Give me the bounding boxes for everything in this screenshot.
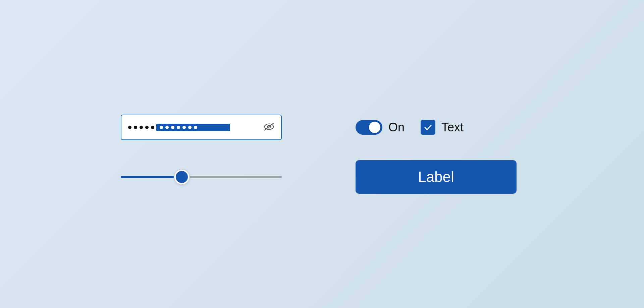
- dot-w-5: [182, 126, 186, 129]
- slider-thumb[interactable]: [174, 170, 189, 184]
- checkbox-group: Text: [421, 120, 464, 135]
- password-unselected-dots: [128, 126, 154, 129]
- dot-w-4: [177, 126, 180, 129]
- password-selected-region: [156, 124, 230, 131]
- toggle-switch[interactable]: [356, 120, 382, 135]
- checkbox[interactable]: [421, 120, 435, 135]
- dot-w-7: [194, 126, 197, 129]
- toggle-thumb: [369, 122, 380, 133]
- checkbox-label: Text: [441, 120, 464, 134]
- dot-2: [134, 126, 137, 129]
- label-button[interactable]: Label: [356, 160, 517, 194]
- dot-3: [140, 126, 143, 129]
- checkmark-icon: [424, 123, 432, 132]
- dot-4: [145, 126, 149, 129]
- toggle-checkbox-row: On Text: [356, 120, 523, 135]
- slider-fill: [121, 176, 181, 178]
- dot-w-2: [165, 126, 169, 129]
- dot-w-6: [188, 126, 192, 129]
- dot-w-3: [171, 126, 174, 129]
- dot-w-1: [160, 126, 163, 129]
- eye-icon: [264, 121, 274, 132]
- toggle-label: On: [388, 120, 405, 134]
- password-input[interactable]: [121, 115, 282, 140]
- dot-5: [151, 126, 154, 129]
- label-button-text: Label: [418, 169, 454, 185]
- main-container: On Text Label: [121, 115, 523, 194]
- dot-1: [128, 126, 131, 129]
- slider-wrapper: [121, 167, 282, 187]
- toggle-visibility-button[interactable]: [264, 121, 274, 133]
- toggle-group: On: [356, 120, 405, 135]
